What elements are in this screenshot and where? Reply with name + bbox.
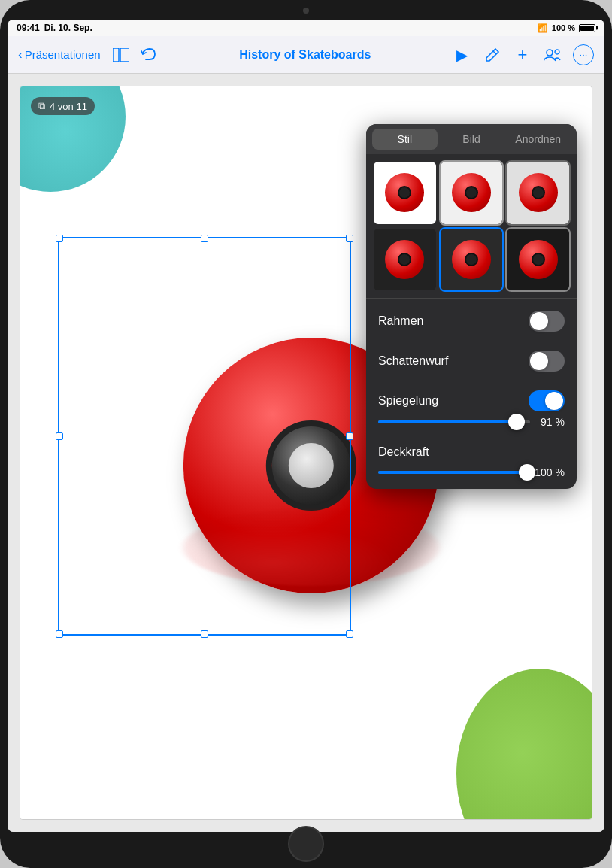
- status-bar: 09:41 Di. 10. Sep. 📶 100 %: [8, 20, 604, 36]
- slide-counter: ⧉ 4 von 11: [31, 97, 95, 115]
- wifi-icon: 📶: [538, 23, 548, 33]
- svg-point-3: [555, 50, 559, 54]
- back-button[interactable]: ‹ Präsentationen: [18, 47, 101, 62]
- style-thumb-6[interactable]: [507, 229, 569, 291]
- wheel-hub: [289, 443, 334, 488]
- schattenwurf-toggle[interactable]: [529, 351, 565, 372]
- rahmen-row: Rahmen: [366, 302, 577, 341]
- schattenwurf-row: Schattenwurf: [366, 341, 577, 381]
- schattenwurf-label: Schattenwurf: [378, 354, 448, 368]
- style-thumb-5[interactable]: [441, 229, 503, 291]
- deckkraft-label: Deckkraft: [378, 445, 565, 459]
- handle-top-left[interactable]: [56, 235, 63, 242]
- more-button[interactable]: ···: [573, 44, 594, 65]
- pen-tool-button[interactable]: [483, 45, 502, 65]
- handle-bot-right[interactable]: [346, 630, 353, 638]
- handle-top-center[interactable]: [201, 235, 208, 242]
- back-label: Präsentationen: [25, 48, 101, 61]
- slide-counter-icon: ⧉: [38, 100, 45, 112]
- panel-tabs: Stil Bild Anordnen: [366, 124, 577, 154]
- rahmen-toggle[interactable]: [529, 311, 565, 332]
- spiegelung-value: 91 %: [538, 416, 565, 428]
- svg-rect-1: [120, 48, 129, 62]
- battery-percent: 100 %: [552, 23, 575, 32]
- camera-dot: [303, 8, 309, 14]
- style-thumb-1[interactable]: [374, 162, 436, 224]
- svg-point-2: [547, 50, 553, 56]
- rahmen-label: Rahmen: [378, 314, 423, 328]
- slide-counter-text: 4 von 11: [50, 101, 87, 112]
- deckkraft-section: Deckkraft 100 %: [366, 439, 577, 489]
- wheel-inner: [266, 420, 356, 511]
- spiegelung-toggle[interactable]: [529, 390, 565, 411]
- handle-bot-center[interactable]: [201, 630, 208, 638]
- undo-icon[interactable]: [138, 45, 158, 65]
- image-style-grid: [366, 154, 577, 295]
- deckkraft-value: 100 %: [535, 466, 565, 478]
- toolbar: ‹ Präsentationen History o: [8, 36, 604, 74]
- style-thumb-4[interactable]: [374, 229, 436, 291]
- slide-canvas: ⧉ 4 von 11 Stil Bild Anordnen: [20, 86, 592, 820]
- tab-bild[interactable]: Bild: [439, 129, 504, 150]
- ipad-frame: 09:41 Di. 10. Sep. 📶 100 % ‹ Präsentatio…: [0, 0, 612, 868]
- handle-top-right[interactable]: [346, 235, 353, 242]
- style-thumb-3[interactable]: [507, 162, 569, 224]
- deco-circle-green: [456, 669, 592, 820]
- collaborate-button[interactable]: [543, 45, 562, 65]
- spiegelung-label: Spiegelung: [378, 394, 438, 408]
- wheel-reflection: [183, 509, 439, 586]
- navigator-icon[interactable]: [111, 45, 131, 65]
- style-thumb-2[interactable]: [441, 162, 503, 224]
- home-button[interactable]: [288, 826, 324, 862]
- tab-anordnen[interactable]: Anordnen: [505, 129, 571, 150]
- handle-mid-left[interactable]: [56, 432, 63, 440]
- status-time: 09:41: [17, 23, 40, 33]
- svg-rect-0: [113, 48, 119, 62]
- spiegelung-slider-section: 91 %: [366, 414, 577, 439]
- tab-stil[interactable]: Stil: [372, 129, 438, 150]
- status-date: Di. 10. Sep.: [44, 23, 92, 33]
- spiegelung-row: Spiegelung: [366, 381, 577, 414]
- presentation-title[interactable]: History of Skateboards: [239, 48, 371, 62]
- play-button[interactable]: ▶: [453, 45, 472, 65]
- format-panel: Stil Bild Anordnen: [366, 124, 577, 489]
- spiegelung-section: Spiegelung 91 %: [366, 381, 577, 439]
- add-button[interactable]: +: [513, 45, 532, 65]
- slide-area[interactable]: ⧉ 4 von 11 Stil Bild Anordnen: [8, 74, 604, 832]
- battery-icon: [579, 24, 595, 32]
- spiegelung-slider-track[interactable]: [378, 420, 530, 423]
- screen: 09:41 Di. 10. Sep. 📶 100 % ‹ Präsentatio…: [8, 20, 604, 832]
- deckkraft-slider-track[interactable]: [378, 471, 527, 474]
- handle-bot-left[interactable]: [56, 630, 63, 638]
